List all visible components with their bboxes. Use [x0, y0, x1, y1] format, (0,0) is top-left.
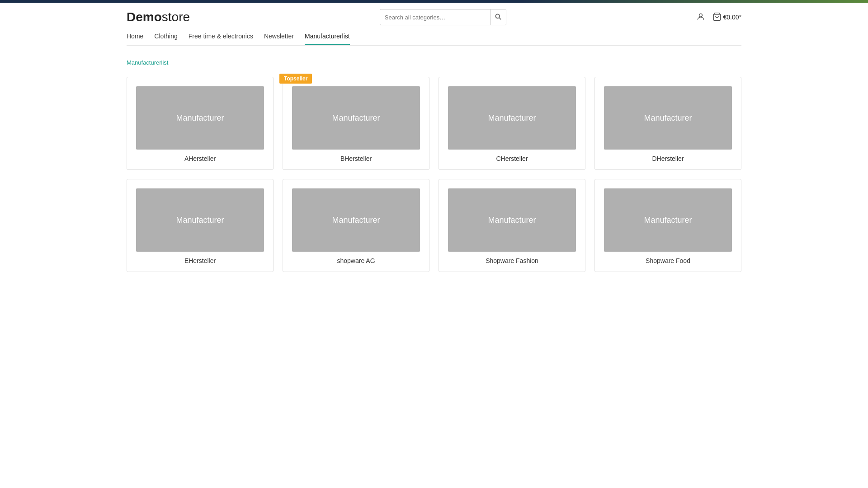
manufacturer-image: Manufacturer — [604, 188, 732, 252]
logo-bold: Demo — [127, 10, 162, 24]
manufacturer-name: Shopware Food — [604, 257, 732, 264]
page-wrapper: Demostore — [0, 0, 868, 488]
logo-regular: store — [162, 10, 190, 24]
search-bar — [380, 9, 506, 25]
top-bar — [0, 0, 868, 3]
cart-button[interactable]: €0.00* — [712, 12, 741, 23]
svg-point-2 — [699, 14, 702, 17]
main-nav: Home Clothing Free time & electronics Ne… — [127, 33, 741, 46]
manufacturer-name: BHersteller — [292, 155, 420, 162]
manufacturer-image: Manufacturer — [604, 86, 732, 150]
manufacturer-image: Manufacturer — [448, 188, 576, 252]
header-icons: €0.00* — [696, 12, 741, 23]
manufacturer-card[interactable]: Manufacturershopware AG — [283, 179, 429, 272]
header: Demostore — [0, 0, 868, 46]
nav-freetime[interactable]: Free time & electronics — [189, 33, 253, 45]
nav-newsletter[interactable]: Newsletter — [264, 33, 294, 45]
manufacturer-card[interactable]: ManufacturerShopware Fashion — [439, 179, 585, 272]
manufacturer-name: AHersteller — [136, 155, 264, 162]
nav-home[interactable]: Home — [127, 33, 143, 45]
search-button[interactable] — [490, 9, 506, 25]
manufacturer-name: Shopware Fashion — [448, 257, 576, 264]
manufacturer-image: Manufacturer — [136, 86, 264, 150]
account-button[interactable] — [696, 12, 705, 23]
manufacturer-image: Manufacturer — [448, 86, 576, 150]
cart-icon — [712, 12, 722, 23]
svg-point-0 — [495, 14, 500, 18]
manufacturer-image: Manufacturer — [292, 86, 420, 150]
search-input[interactable] — [380, 14, 490, 21]
breadcrumb: Manufacturerlist — [127, 59, 741, 66]
topseller-badge: Topseller — [279, 74, 312, 84]
manufacturer-grid: ManufacturerAHerstellerTopsellerManufact… — [127, 77, 741, 272]
manufacturer-name: shopware AG — [292, 257, 420, 264]
manufacturer-card[interactable]: ManufacturerDHersteller — [594, 77, 741, 170]
manufacturer-card[interactable]: ManufacturerAHersteller — [127, 77, 274, 170]
user-icon — [696, 12, 705, 23]
nav-manufacturerlist[interactable]: Manufacturerlist — [305, 33, 350, 45]
manufacturer-name: EHersteller — [136, 257, 264, 264]
manufacturer-name: CHersteller — [448, 155, 576, 162]
cart-amount: €0.00* — [723, 14, 741, 21]
manufacturer-card[interactable]: ManufacturerShopware Food — [594, 179, 741, 272]
logo[interactable]: Demostore — [127, 10, 190, 24]
manufacturer-name: DHersteller — [604, 155, 732, 162]
manufacturer-card[interactable]: ManufacturerCHersteller — [439, 77, 585, 170]
main-content: Manufacturerlist ManufacturerAHersteller… — [0, 46, 868, 286]
manufacturer-image: Manufacturer — [292, 188, 420, 252]
header-top: Demostore — [127, 9, 741, 33]
nav-clothing[interactable]: Clothing — [154, 33, 177, 45]
manufacturer-card[interactable]: TopsellerManufacturerBHersteller — [283, 77, 429, 170]
manufacturer-image: Manufacturer — [136, 188, 264, 252]
search-icon — [495, 14, 501, 21]
svg-line-1 — [499, 18, 501, 19]
manufacturer-card[interactable]: ManufacturerEHersteller — [127, 179, 274, 272]
